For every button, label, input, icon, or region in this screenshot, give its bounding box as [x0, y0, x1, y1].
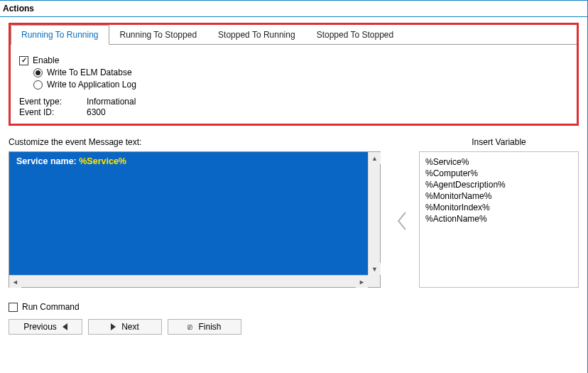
- next-button-label: Next: [121, 322, 139, 332]
- write-elm-radio[interactable]: [33, 68, 43, 77]
- write-elm-label: Write To ELM Databse: [47, 67, 132, 77]
- panel-content: Running To Running Running To Stopped St…: [0, 17, 587, 343]
- scroll-down-icon[interactable]: ▼: [369, 263, 381, 275]
- triangle-right-icon: [111, 323, 116, 330]
- insert-variable-title: Insert Variable: [419, 137, 579, 147]
- previous-button-label: Previous: [23, 322, 57, 332]
- finish-icon: ⎚: [187, 323, 192, 331]
- variable-item[interactable]: %ActionName%: [425, 213, 572, 225]
- variable-item[interactable]: %Service%: [425, 156, 572, 168]
- write-applog-radio[interactable]: [33, 80, 43, 90]
- scroll-right-icon[interactable]: ►: [356, 276, 368, 288]
- tab-running-to-running[interactable]: Running To Running: [11, 25, 109, 45]
- message-editor-canvas[interactable]: Service name: %Service%: [9, 152, 368, 275]
- write-applog-row: Write to Application Log: [33, 80, 568, 90]
- variable-item[interactable]: %AgentDescription%: [425, 179, 572, 190]
- tab-stopped-to-stopped[interactable]: Stopped To Stopped: [306, 25, 405, 44]
- enable-checkbox[interactable]: [19, 56, 28, 65]
- tab-body: Enable Write To ELM Databse Write to App…: [11, 45, 577, 124]
- message-column: Customize the event Message text: Servic…: [9, 137, 385, 288]
- enable-row: Enable: [19, 55, 568, 65]
- tab-running-to-stopped[interactable]: Running To Stopped: [109, 25, 208, 44]
- message-editor[interactable]: Service name: %Service% ▲ ▼ ◄ ►: [9, 151, 381, 288]
- variable-item[interactable]: %Computer%: [425, 168, 572, 179]
- triangle-left-icon: [62, 323, 67, 330]
- previous-button[interactable]: Previous: [9, 319, 82, 335]
- variable-item[interactable]: %MonitorName%: [425, 190, 572, 202]
- finish-button[interactable]: ⎚ Finish: [168, 319, 241, 335]
- scroll-up-icon[interactable]: ▲: [369, 152, 381, 164]
- run-command-row: Run Command: [9, 302, 579, 312]
- event-type-value: Informational: [87, 97, 136, 107]
- insert-arrow-icon[interactable]: [392, 153, 412, 289]
- message-variable-text: %Service%: [79, 156, 126, 166]
- finish-button-label: Finish: [198, 322, 221, 332]
- vertical-scrollbar[interactable]: ▲ ▼: [368, 152, 380, 275]
- event-type-row: Event type: Informational: [19, 97, 568, 107]
- actions-panel: Actions Running To Running Running To St…: [0, 0, 588, 373]
- tab-strip: Running To Running Running To Stopped St…: [11, 25, 577, 45]
- scroll-left-icon[interactable]: ◄: [9, 276, 21, 288]
- write-applog-label: Write to Application Log: [47, 80, 136, 90]
- variable-item[interactable]: %MonitorIndex%: [425, 202, 572, 213]
- wizard-button-bar: Previous Next ⎚ Finish: [9, 319, 579, 335]
- event-id-row: Event ID: 6300: [19, 107, 568, 117]
- tab-stopped-to-running[interactable]: Stopped To Running: [207, 25, 306, 44]
- variable-column: Insert Variable %Service% %Computer% %Ag…: [419, 137, 579, 288]
- write-elm-row: Write To ELM Databse: [33, 67, 568, 77]
- horizontal-scrollbar[interactable]: ◄ ►: [9, 275, 368, 287]
- run-command-checkbox[interactable]: [9, 303, 18, 312]
- scroll-corner: [368, 275, 380, 287]
- highlight-annotation: Running To Running Running To Stopped St…: [9, 23, 579, 126]
- variable-list[interactable]: %Service% %Computer% %AgentDescription% …: [419, 151, 579, 288]
- event-id-label: Event ID:: [19, 107, 87, 117]
- lower-area: Customize the event Message text: Servic…: [9, 137, 579, 289]
- run-command-label: Run Command: [22, 302, 80, 312]
- next-button[interactable]: Next: [88, 319, 162, 335]
- event-id-value: 6300: [87, 107, 106, 117]
- message-section-label: Customize the event Message text:: [9, 137, 385, 147]
- event-type-label: Event type:: [19, 97, 87, 107]
- enable-label: Enable: [33, 55, 59, 65]
- panel-title: Actions: [0, 1, 587, 17]
- message-static-text: Service name:: [16, 156, 79, 166]
